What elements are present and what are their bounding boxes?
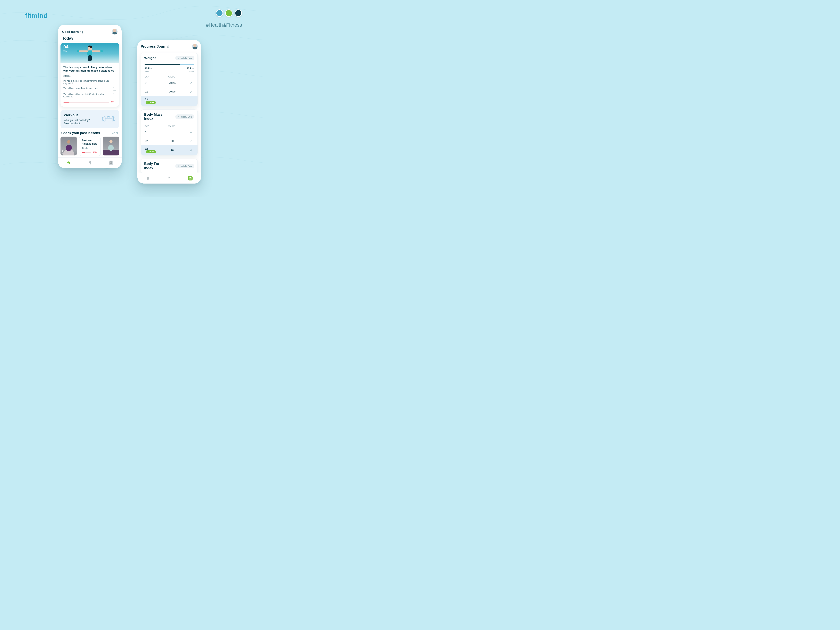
cell-value: 70 lbs	[157, 82, 187, 84]
lesson-thumb[interactable]: 03Day	[103, 137, 119, 155]
bfi-title: Body Fat Index	[144, 162, 169, 170]
table-row: 02 60	[141, 137, 197, 145]
avatar-button[interactable]	[112, 29, 117, 35]
today-pill: TODAY	[146, 150, 156, 153]
tab-bar	[58, 157, 122, 168]
thumb-day-lbl: Day	[62, 152, 65, 154]
svg-rect-1	[87, 51, 92, 56]
lesson-progress-pct: 40%	[93, 152, 98, 153]
task-row: You will eat within the first 45 minutes…	[63, 92, 116, 99]
past-lessons-row[interactable]: 01Day Rest and Release flow 3 tasks 40% …	[58, 137, 122, 158]
tab-progress[interactable]	[180, 173, 201, 183]
svg-point-5	[100, 50, 103, 52]
task-text: You will eat within the first 45 minutes…	[63, 93, 111, 98]
avatar-button[interactable]	[192, 44, 198, 49]
see-all-link[interactable]: See All	[111, 132, 118, 134]
cell-day: 01	[144, 82, 157, 84]
palette-navy	[235, 9, 242, 17]
hashtag-label: #Health&Fitness	[206, 22, 242, 28]
chip-label: Initial / Goal	[181, 115, 192, 118]
thumb-day-num: 03	[104, 150, 107, 152]
cell-value: 70 lbs	[157, 90, 187, 93]
tab-progress[interactable]	[101, 158, 122, 168]
tasks-count: 3 tasks	[63, 75, 116, 77]
initial-goal-chip[interactable]: Initial / Goal	[175, 164, 194, 168]
workout-card[interactable]: Workout What you will do today? Select w…	[60, 110, 119, 128]
svg-point-4	[77, 50, 79, 52]
hero-day-label: Day	[63, 50, 68, 52]
task-row: You will eat every three to four hours	[63, 86, 116, 92]
workout-line2: Select workout!	[64, 122, 81, 125]
initial-goal-chip[interactable]: Initial / Goal	[175, 114, 194, 119]
thumb-day-lbl: Day	[104, 152, 107, 154]
palette-blue	[216, 9, 223, 17]
add-button[interactable]	[189, 130, 193, 135]
scale-icon	[109, 161, 113, 165]
edit-button[interactable]	[189, 139, 193, 143]
tab-home[interactable]	[137, 173, 158, 183]
decorative-topo	[0, 0, 262, 197]
weight-initial-value: 80 lbs	[145, 67, 152, 70]
table-header: DAY VALUE	[141, 73, 197, 79]
col-value: VALUE	[157, 76, 186, 78]
svg-rect-7	[102, 117, 104, 120]
lesson-card[interactable]: Rest and Release flow 3 tasks 40%	[79, 137, 101, 156]
greeting: Good morning	[62, 30, 83, 33]
task-text: You will eat every three to four hours	[63, 87, 111, 89]
table-row: 01 70 lbs	[141, 79, 197, 87]
lesson-tasks: 3 tasks	[82, 147, 98, 149]
svg-rect-10	[114, 117, 115, 120]
thumb-day-num: 01	[62, 150, 65, 152]
workout-line1: What you will do today?	[64, 119, 90, 122]
tab-bar	[137, 173, 201, 183]
weight-goal-value: 60 lbs	[186, 67, 194, 70]
today-lesson-card[interactable]: 04 Day The first steps I would like you …	[60, 43, 119, 107]
table-row: 01	[141, 128, 197, 137]
lesson-thumb[interactable]: 01Day	[60, 137, 77, 155]
add-button[interactable]	[189, 99, 193, 103]
cell-day: 02	[144, 90, 157, 93]
hero-illustration	[73, 44, 107, 63]
task-checkbox[interactable]	[113, 93, 116, 96]
edit-button[interactable]	[189, 89, 193, 94]
weight-card: Weight Initial / Goal 80 lbs Initial 60 …	[141, 53, 198, 106]
lesson-progress-fill	[82, 152, 85, 153]
bmi-title: Body Mass Index	[144, 112, 169, 121]
cell-day: 02	[145, 147, 148, 150]
table-header: DAY VALUE	[141, 122, 197, 128]
cell-day: 01	[144, 131, 157, 134]
task-checkbox[interactable]	[113, 80, 116, 83]
hero-day-number: 04	[63, 45, 68, 49]
svg-rect-6	[88, 55, 92, 61]
lesson-title: Rest and Release flow	[82, 139, 98, 145]
phone-progress: Progress Journal Weight Initial / Goal 8…	[137, 40, 201, 183]
hero-progress-fill	[63, 102, 69, 103]
today-heading: Today	[58, 35, 122, 43]
hero-title: The first steps I would like you to foll…	[63, 66, 116, 73]
initial-goal-chip[interactable]: Initial / Goal	[175, 56, 194, 60]
table-row: 02 70 lbs	[141, 87, 197, 96]
weight-title: Weight	[144, 56, 156, 60]
scale-icon	[188, 176, 193, 180]
svg-rect-8	[104, 116, 105, 121]
tab-nutrition[interactable]	[158, 173, 180, 183]
weight-initial-label: Initial	[145, 71, 152, 73]
task-row: If it has a mother or comes from the gro…	[63, 78, 116, 86]
edit-button[interactable]	[189, 81, 193, 85]
past-lessons-heading: Check your past lessons	[61, 131, 100, 135]
dumbbell-icon	[101, 114, 116, 124]
hero-progress-pct: 0%	[111, 101, 116, 103]
table-row: 02TODAY 70	[141, 145, 197, 155]
chip-label: Initial / Goal	[181, 165, 192, 167]
weight-goal-label: Goal	[186, 71, 194, 73]
edit-button[interactable]	[189, 148, 193, 153]
hero-progress: 0%	[63, 101, 116, 103]
tab-home[interactable]	[58, 158, 79, 168]
tab-nutrition[interactable]	[79, 158, 100, 168]
task-checkbox[interactable]	[113, 87, 116, 90]
bmi-card: Body Mass Index Initial / Goal DAY VALUE…	[141, 109, 198, 156]
workout-title: Workout	[64, 113, 90, 117]
chip-label: Initial / Goal	[181, 57, 192, 59]
task-text: If it has a mother or comes from the gro…	[63, 80, 111, 84]
cell-value: 60	[157, 140, 187, 142]
